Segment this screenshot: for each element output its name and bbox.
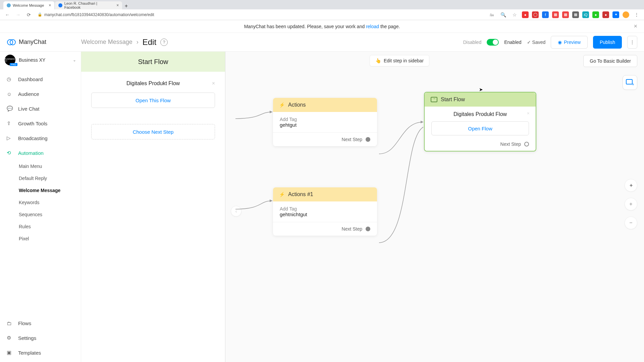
tag-label: Add Tag — [280, 117, 370, 122]
extension-icon[interactable]: ▦ — [572, 11, 579, 18]
extension-icon[interactable]: ● — [602, 11, 609, 18]
magic-button[interactable]: ✦ — [625, 179, 637, 192]
zoom-in-button[interactable]: + — [625, 198, 637, 210]
output-port[interactable] — [524, 142, 529, 146]
close-icon[interactable]: × — [634, 23, 637, 30]
browser-chrome: Welcome Message × Leon R. Chaudhari | Fa… — [0, 0, 644, 20]
publish-button[interactable]: Publish — [593, 36, 622, 49]
collapse-inspector-button[interactable]: ‹ — [231, 206, 241, 217]
choose-next-step-button[interactable]: Choose Next Step — [91, 124, 215, 139]
extension-icon[interactable]: ▦ — [562, 11, 569, 18]
basic-builder-button[interactable]: Go To Basic Builder — [583, 55, 637, 67]
dashboard-icon: ◷ — [7, 76, 13, 82]
reload-button[interactable]: ⟳ — [25, 11, 33, 19]
svg-rect-5 — [626, 79, 632, 84]
tag-value: gehtgut — [280, 122, 370, 128]
check-icon: ✓ — [527, 40, 531, 45]
step-inspector: Start Flow Digitales Produkt Flow × Open… — [81, 52, 225, 362]
tag-label: Add Tag — [280, 206, 370, 212]
pointer-icon: 👆 — [375, 58, 381, 63]
edit-hint-pill: 👆 Edit step in sidebar — [370, 55, 429, 66]
sidebar-sub-rules[interactable]: Rules — [0, 221, 81, 233]
svg-marker-4 — [421, 121, 423, 123]
lock-icon: 🔒 — [38, 12, 42, 17]
menu-icon[interactable]: ⋮ — [633, 11, 641, 19]
sidebar-item-broadcasting[interactable]: ▷Broadcasting — [0, 131, 81, 145]
sidebar-sub-defaultreply[interactable]: Default Reply — [0, 172, 81, 184]
extensions: 🗛 🔍 ☆ ● ◯ f ▦ ▦ ▦ iQ ● ● ✦ ⋮ — [488, 11, 641, 19]
more-button[interactable]: ⋮ — [627, 36, 637, 49]
profile-avatar[interactable] — [623, 11, 629, 18]
add-card-button[interactable]: + — [623, 75, 637, 90]
breadcrumb-flow[interactable]: Welcome Message — [81, 39, 132, 46]
sidebar-item-settings[interactable]: ⚙Settings — [0, 330, 81, 345]
node-actions[interactable]: ⚡ Actions #1 Add Tag gehtnichtgut Next S… — [273, 187, 377, 236]
reload-link[interactable]: reload — [366, 24, 379, 29]
audience-icon: ☺ — [7, 91, 13, 97]
node-header: ⚡ Actions — [273, 98, 377, 112]
templates-icon: ▣ — [7, 350, 13, 356]
node-footer: Next Step — [273, 132, 377, 146]
output-port[interactable] — [366, 137, 370, 142]
sidebar-item-audience[interactable]: ☺Audience — [0, 86, 81, 101]
open-this-flow-button[interactable]: Open This Flow — [91, 93, 215, 108]
sidebar-sub-welcome[interactable]: Welcome Message — [0, 184, 81, 196]
svg-marker-3 — [270, 199, 272, 202]
app-body: BUSINESS XYPRO Business XY ⌄ ◷Dashboard … — [0, 52, 644, 362]
sidebar-sub-pixel[interactable]: Pixel — [0, 233, 81, 245]
close-icon[interactable]: × — [212, 80, 215, 86]
star-icon[interactable]: ☆ — [511, 11, 519, 19]
extension-icon[interactable]: ✦ — [612, 11, 619, 18]
sidebar-item-dashboard[interactable]: ◷Dashboard — [0, 72, 81, 86]
app-header: ManyChat Welcome Message › Edit ? Disabl… — [0, 33, 644, 52]
automation-icon: ⟲ — [7, 150, 13, 156]
flow-canvas[interactable]: Start Flow Digitales Produkt Flow × Open… — [81, 52, 644, 362]
gear-icon: ⚙ — [7, 335, 13, 341]
address-bar-row: ← → ⟳ 🔒 manychat.com/fb181039443240830/a… — [0, 9, 644, 20]
sidebar-sub-keywords[interactable]: Keywords — [0, 196, 81, 208]
browser-tab[interactable]: Leon R. Chaudhari | Facebook × — [55, 1, 122, 9]
sidebar-item-livechat[interactable]: 💬Live Chat — [0, 101, 81, 116]
extension-icon[interactable]: iQ — [582, 11, 589, 18]
svg-text:+: + — [632, 82, 634, 86]
help-icon[interactable]: ? — [160, 39, 168, 46]
extension-icon[interactable]: ▦ — [552, 11, 559, 18]
close-icon[interactable]: × — [49, 3, 51, 8]
extension-icon[interactable]: f — [542, 11, 549, 18]
translate-icon[interactable]: 🗛 — [488, 11, 496, 19]
facebook-icon — [58, 3, 62, 7]
zoom-icon[interactable]: 🔍 — [499, 11, 507, 19]
extension-icon[interactable]: ● — [522, 11, 529, 18]
tab-title: Leon R. Chaudhari | Facebook — [64, 1, 112, 9]
preview-button[interactable]: ◉ Preview — [551, 36, 588, 49]
sidebar-sub-mainmenu[interactable]: Main Menu — [0, 160, 81, 172]
close-icon[interactable]: × — [116, 3, 119, 8]
node-actions[interactable]: ⚡ Actions Add Tag gehtgut Next Step — [273, 98, 377, 146]
url-bar[interactable]: 🔒 manychat.com/fb181039443240830/automat… — [36, 12, 485, 17]
open-flow-button[interactable]: Open Flow — [431, 121, 529, 135]
breadcrumb: Welcome Message › Edit ? — [81, 38, 168, 47]
browser-tab[interactable]: Welcome Message × — [3, 1, 54, 9]
node-body: Digitales Produkt Flow × Open Flow — [425, 107, 536, 141]
tag-value: gehtnichtgut — [280, 212, 370, 217]
output-port[interactable] — [366, 227, 370, 231]
enabled-label: Enabled — [504, 40, 521, 45]
sidebar-item-templates[interactable]: ▣Templates — [0, 345, 81, 360]
org-selector[interactable]: BUSINESS XYPRO Business XY ⌄ — [0, 52, 81, 68]
sidebar-sub-sequences[interactable]: Sequences — [0, 208, 81, 221]
banner-text: ManyChat has been updated. Please, save … — [244, 24, 400, 29]
node-startflow[interactable]: Start Flow Digitales Produkt Flow × Open… — [424, 92, 536, 152]
zoom-out-button[interactable]: − — [625, 217, 637, 229]
new-tab-button[interactable]: + — [123, 3, 129, 9]
extension-icon[interactable]: ◯ — [532, 11, 539, 18]
extension-icon[interactable]: ● — [592, 11, 599, 18]
sidebar-item-flows[interactable]: 🗀Flows — [0, 316, 81, 330]
manychat-logo[interactable]: ManyChat — [7, 38, 81, 47]
sidebar-item-growth[interactable]: ⇪Growth Tools — [0, 116, 81, 131]
enabled-toggle[interactable] — [487, 39, 499, 46]
back-button[interactable]: ← — [3, 11, 11, 19]
forward-button[interactable]: → — [14, 11, 22, 19]
sidebar-item-automation[interactable]: ⟲Automation — [0, 145, 81, 160]
close-icon[interactable]: × — [527, 111, 530, 116]
nav-bottom: 🗀Flows ⚙Settings ▣Templates — [0, 316, 81, 362]
